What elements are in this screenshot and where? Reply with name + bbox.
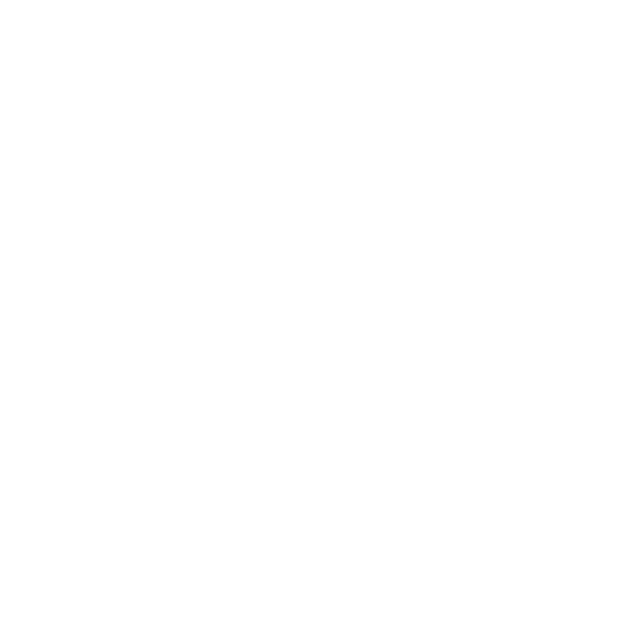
minimum-marker [0,0,6,3]
chart-svg [0,0,644,644]
bottleneck-chart [0,0,644,644]
